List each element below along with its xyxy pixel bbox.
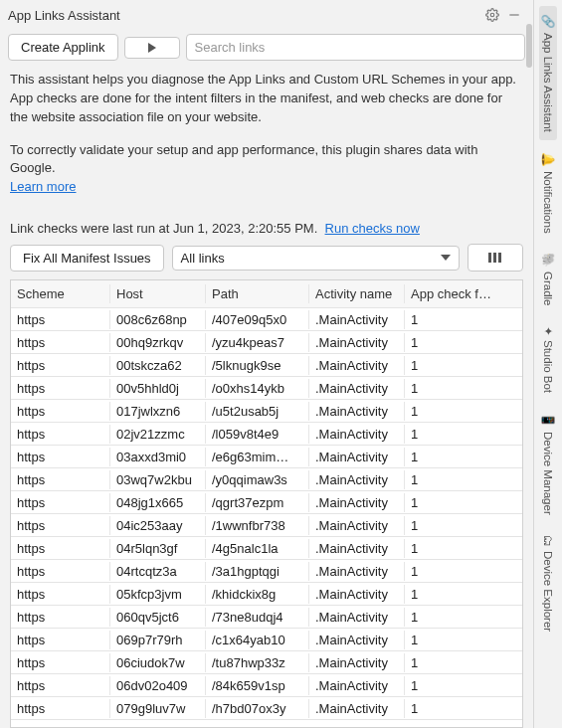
table-row[interactable]: https00hq9zrkqv/yzu4kpeas7.MainActivity1 xyxy=(11,331,522,354)
cell-activity: .MainActivity xyxy=(309,356,405,375)
cell-host: 00tskcza62 xyxy=(110,356,206,375)
rail-tab-notifications[interactable]: 🔔Notifications xyxy=(539,144,557,242)
cell-check: 1 xyxy=(405,608,522,627)
cell-activity: .MainActivity xyxy=(309,516,405,535)
cell-path: /5lknugk9se xyxy=(206,356,309,375)
cell-host: 017jwlxzn6 xyxy=(110,402,206,421)
table-row[interactable]: https079g9luv7w/h7bd07ox3y.MainActivity1 xyxy=(11,697,522,720)
rail-tab-devicemanager[interactable]: 📱Device Manager xyxy=(539,405,557,523)
table-row[interactable]: https048jg1x665/qgrt37ezpm.MainActivity1 xyxy=(11,491,522,514)
table-row[interactable]: https06ciudok7w/tu87hwp33z.MainActivity1 xyxy=(11,651,522,674)
scrollbar-thumb[interactable] xyxy=(526,24,532,68)
run-button[interactable] xyxy=(124,37,180,59)
gear-icon[interactable] xyxy=(481,4,503,26)
svg-point-0 xyxy=(490,13,494,17)
cell-scheme: https xyxy=(11,333,110,352)
table-row[interactable]: https05kfcp3jvm/khidckix8g.MainActivity1 xyxy=(11,583,522,606)
cell-host: 04rtcqtz3a xyxy=(110,562,206,581)
minimize-icon[interactable] xyxy=(503,4,525,26)
cell-path: /u5t2usab5j xyxy=(206,402,309,421)
col-path[interactable]: Path xyxy=(206,284,309,303)
cell-host: 04ic253aay xyxy=(110,516,206,535)
cell-path: /o0xhs14ykb xyxy=(206,379,309,398)
filter-label: All links xyxy=(181,251,225,266)
cell-scheme: https xyxy=(11,425,110,444)
cell-check: 1 xyxy=(405,653,522,672)
cell-host: 03axxd3mi0 xyxy=(110,448,206,466)
cell-host: 05kfcp3jvm xyxy=(110,585,206,604)
table-row[interactable]: https00v5hhld0j/o0xhs14ykb.MainActivity1 xyxy=(11,377,522,400)
cell-activity: .MainActivity xyxy=(309,539,405,558)
learn-more-link[interactable]: Learn more xyxy=(10,179,76,194)
cell-scheme: https xyxy=(11,631,110,649)
table-row[interactable]: https03wq7w2kbu/y0qqimaw3s.MainActivity1 xyxy=(11,468,522,491)
cell-scheme: https xyxy=(11,402,110,421)
cell-host: 03wq7w2kbu xyxy=(110,470,206,489)
cell-activity: .MainActivity xyxy=(309,608,405,627)
search-input[interactable] xyxy=(186,34,525,61)
col-host[interactable]: Host xyxy=(110,284,206,303)
cell-check: 1 xyxy=(405,402,522,421)
run-checks-now-link[interactable]: Run checks now xyxy=(325,221,420,236)
cell-check: 1 xyxy=(405,585,522,604)
cell-scheme: https xyxy=(11,585,110,604)
cell-check: 1 xyxy=(405,448,522,466)
cell-check: 1 xyxy=(405,356,522,375)
table-row[interactable]: https04ic253aay/1wwnfbr738.MainActivity1 xyxy=(11,514,522,537)
chevron-down-icon xyxy=(441,255,451,261)
folder-icon: 🗂 xyxy=(541,535,555,547)
cell-scheme: https xyxy=(11,356,110,375)
cell-path: /l059v8t4e9 xyxy=(206,425,309,444)
cell-path: /tu87hwp33z xyxy=(206,653,309,672)
create-applink-button[interactable]: Create Applink xyxy=(8,34,118,61)
cell-scheme: https xyxy=(11,310,110,329)
cell-check: 1 xyxy=(405,470,522,489)
col-activity[interactable]: Activity name xyxy=(309,284,405,303)
table-row[interactable]: https04r5lqn3gf/4g5nalc1la.MainActivity1 xyxy=(11,537,522,560)
fix-manifest-button[interactable]: Fix All Manifest Issues xyxy=(10,245,164,272)
table-row[interactable]: https008c6z68np/407e09q5x0.MainActivity1 xyxy=(11,308,522,331)
cell-activity: .MainActivity xyxy=(309,631,405,649)
table-row[interactable]: https04rtcqtz3a/3a1hgptqgi.MainActivity1 xyxy=(11,560,522,583)
cell-activity: .MainActivity xyxy=(309,379,405,398)
rail-tab-gradle[interactable]: 🐘Gradle xyxy=(539,245,557,314)
cell-path: /c1x64yab10 xyxy=(206,631,309,649)
cell-host: 02jv21zzmc xyxy=(110,425,206,444)
cell-check: 1 xyxy=(405,631,522,649)
cell-activity: .MainActivity xyxy=(309,562,405,581)
filter-dropdown[interactable]: All links xyxy=(172,246,460,271)
cell-host: 04r5lqn3gf xyxy=(110,539,206,558)
cell-path: /73ne8udqj4 xyxy=(206,608,309,627)
columns-button[interactable] xyxy=(468,244,523,272)
scrollbar[interactable] xyxy=(525,24,533,728)
col-appcheck[interactable]: App check f… xyxy=(405,284,522,303)
gradle-icon: 🐘 xyxy=(541,253,555,268)
rail-tab-studiobot[interactable]: ✦Studio Bot xyxy=(539,318,557,401)
table-row[interactable]: https017jwlxzn6/u5t2usab5j.MainActivity1 xyxy=(11,400,522,423)
table-row[interactable]: https06dv02o409/84k659v1sp.MainActivity1 xyxy=(11,674,522,697)
cell-scheme: https xyxy=(11,516,110,535)
cell-scheme: https xyxy=(11,562,110,581)
cell-path: /h7bd07ox3y xyxy=(206,699,309,718)
description-text-1: This assistant helps you diagnose the Ap… xyxy=(10,71,523,127)
columns-icon xyxy=(487,252,503,264)
tool-rail: 🔗App Links Assistant 🔔Notifications 🐘Gra… xyxy=(533,0,562,728)
cell-path: /yzu4kpeas7 xyxy=(206,333,309,352)
cell-check: 1 xyxy=(405,493,522,512)
svg-rect-5 xyxy=(493,253,496,263)
cell-activity: .MainActivity xyxy=(309,653,405,672)
link-icon: 🔗 xyxy=(541,14,555,29)
rail-tab-deviceexplorer[interactable]: 🗂Device Explorer xyxy=(539,527,557,639)
col-scheme[interactable]: Scheme xyxy=(11,284,110,303)
table-row[interactable]: https069p7r79rh/c1x64yab10.MainActivity1 xyxy=(11,629,522,651)
cell-activity: .MainActivity xyxy=(309,402,405,421)
table-row[interactable]: https060qv5jct6/73ne8udqj4.MainActivity1 xyxy=(11,606,522,629)
table-row[interactable]: https02jv21zzmc/l059v8t4e9.MainActivity1 xyxy=(11,423,522,446)
cell-path: /1wwnfbr738 xyxy=(206,516,309,535)
cell-activity: .MainActivity xyxy=(309,448,405,466)
table-row[interactable]: https00tskcza62/5lknugk9se.MainActivity1 xyxy=(11,354,522,377)
cell-host: 060qv5jct6 xyxy=(110,608,206,627)
table-row[interactable]: https03axxd3mi0/e6g63mim….MainActivity1 xyxy=(11,446,522,468)
cell-check: 1 xyxy=(405,699,522,718)
rail-tab-applinks[interactable]: 🔗App Links Assistant xyxy=(539,6,557,140)
